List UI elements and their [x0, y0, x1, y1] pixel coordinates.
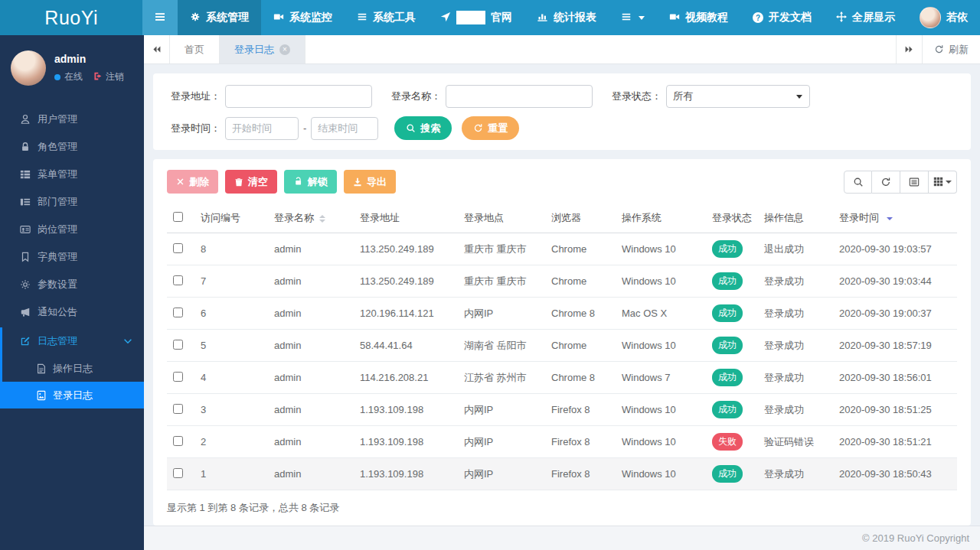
question-circle-icon: ?	[753, 12, 763, 23]
table-row[interactable]: 3 admin 1.193.109.198 内网IP Firefox 8 Win…	[167, 394, 957, 426]
cell-browser: Chrome	[545, 330, 616, 362]
status-badge: 成功	[712, 465, 743, 483]
sidebar-group-logs: 日志管理 操作日志 登录日志	[0, 327, 144, 408]
cell-name: admin	[268, 426, 354, 458]
login-name-input[interactable]	[446, 85, 593, 108]
login-status-label: 登录状态：	[608, 89, 662, 103]
table-row[interactable]: 8 admin 113.250.249.189 重庆市 重庆市 Chrome W…	[167, 233, 957, 265]
brand-logo[interactable]: RuoYi	[0, 0, 142, 35]
start-time-input[interactable]	[225, 117, 299, 140]
nav-item-label: 视频教程	[685, 11, 728, 24]
tabs-scroll-right-button[interactable]	[896, 35, 922, 63]
delete-button[interactable]: 删除	[167, 170, 218, 194]
col-header-name[interactable]: 登录名称	[268, 203, 354, 233]
row-checkbox[interactable]	[173, 340, 183, 350]
table-row[interactable]: 5 admin 58.44.41.64 湖南省 岳阳市 Chrome Windo…	[167, 330, 957, 362]
sidebar-item-login-log[interactable]: 登录日志	[2, 382, 144, 408]
sidebar-item-menus[interactable]: 菜单管理	[0, 161, 144, 188]
cell-message: 登录成功	[758, 394, 833, 426]
video-tutorial-button[interactable]: 视频教程	[657, 0, 740, 35]
refresh-icon	[880, 177, 891, 187]
refresh-icon	[934, 44, 944, 54]
fullscreen-button[interactable]: 全屏显示	[824, 0, 907, 35]
cell-time: 2020-09-30 19:03:44	[833, 265, 957, 298]
nav-item-official-site[interactable]: 官网	[428, 0, 524, 35]
nav-item-system-monitor[interactable]: 系统监控	[261, 0, 345, 35]
table-row[interactable]: 4 admin 114.216.208.21 江苏省 苏州市 Chrome 8 …	[167, 362, 957, 394]
avatar[interactable]	[11, 50, 46, 86]
more-menus-dropdown[interactable]	[609, 0, 657, 35]
search-button[interactable]: 搜索	[394, 116, 452, 140]
col-header-time[interactable]: 登录时间	[833, 203, 957, 233]
cell-location: 内网IP	[458, 426, 545, 458]
logout-icon	[93, 71, 103, 83]
close-icon[interactable]: ×	[279, 44, 290, 55]
cell-name: admin	[268, 233, 354, 265]
tab-login-log[interactable]: 登录日志 ×	[220, 35, 305, 63]
refresh-icon	[473, 123, 483, 133]
nav-item-report[interactable]: 统计报表	[524, 0, 609, 35]
row-checkbox[interactable]	[173, 372, 183, 382]
row-checkbox[interactable]	[173, 243, 183, 253]
search-panel: 登录地址： 登录名称： 登录状态： 登录时间：	[153, 73, 971, 150]
x-icon	[176, 177, 185, 186]
sidebar-item-operation-log[interactable]: 操作日志	[2, 355, 144, 382]
sidebar-item-departments[interactable]: 部门管理	[0, 188, 144, 216]
refresh-tab-button[interactable]: 刷新	[922, 35, 980, 63]
login-address-input[interactable]	[225, 85, 372, 108]
refresh-table-button[interactable]	[872, 171, 900, 194]
status-badge: 成功	[712, 369, 743, 386]
sidebar-item-notice[interactable]: 通知公告	[0, 298, 144, 326]
row-checkbox[interactable]	[173, 404, 183, 414]
cell-time: 2020-09-30 18:51:25	[833, 394, 957, 426]
cell-location: 湖南省 岳阳市	[458, 330, 545, 362]
login-status-select[interactable]	[666, 85, 810, 108]
sidebar-toggle-button[interactable]	[142, 0, 178, 35]
sidebar-item-users[interactable]: 用户管理	[0, 106, 144, 133]
clear-button[interactable]: 清空	[225, 170, 277, 194]
table-row[interactable]: 6 admin 120.196.114.121 内网IP Chrome 8 Ma…	[167, 298, 957, 330]
lock-icon	[20, 142, 31, 152]
row-checkbox[interactable]	[173, 436, 183, 446]
sidebar-item-posts[interactable]: 岗位管理	[0, 216, 144, 243]
top-navbar: RuoYi 系统管理 系统监控 系统工具	[0, 0, 980, 35]
video-camera-icon	[669, 11, 680, 24]
cell-ip: 120.196.114.121	[354, 298, 458, 330]
export-button[interactable]: 导出	[344, 170, 396, 194]
tabs-scroll-left-button[interactable]	[144, 35, 170, 63]
id-card-icon	[20, 224, 31, 235]
end-time-input[interactable]	[311, 117, 378, 140]
cell-time: 2020-09-30 19:00:37	[833, 298, 957, 330]
unlock-button-label: 解锁	[308, 175, 328, 189]
logout-button[interactable]: 注销	[93, 70, 124, 83]
select-all-checkbox[interactable]	[173, 212, 183, 222]
sidebar-item-params[interactable]: 参数设置	[0, 271, 144, 298]
row-checkbox[interactable]	[173, 308, 183, 317]
app-window: RuoYi 系统管理 系统监控 系统工具	[0, 0, 980, 550]
sidebar: admin 在线 注销	[0, 35, 144, 550]
edit-icon	[20, 336, 31, 347]
status-badge: 成功	[712, 304, 743, 322]
sidebar-item-dict[interactable]: 字典管理	[0, 243, 144, 271]
tab-home[interactable]: 首页	[170, 35, 220, 63]
sidebar-item-roles[interactable]: 角色管理	[0, 133, 144, 161]
nav-item-system-tools[interactable]: 系统工具	[345, 0, 428, 35]
table-row[interactable]: 7 admin 113.250.249.189 重庆市 重庆市 Chrome W…	[167, 265, 957, 298]
dev-docs-button[interactable]: ? 开发文档	[740, 0, 824, 35]
nav-item-label: 全屏显示	[852, 11, 895, 24]
nav-item-system-manage[interactable]: 系统管理	[178, 0, 261, 35]
columns-dropdown-button[interactable]	[929, 171, 957, 194]
row-checkbox[interactable]	[173, 275, 183, 285]
clear-button-label: 清空	[248, 175, 268, 189]
sidebar-item-log-manage[interactable]: 日志管理	[2, 327, 144, 355]
table-row[interactable]: 1 admin 1.193.109.198 内网IP Firefox 8 Win…	[167, 458, 957, 490]
expand-icon	[836, 11, 847, 24]
card-view-button[interactable]	[900, 171, 929, 194]
table-row[interactable]: 2 admin 1.193.109.198 内网IP Firefox 8 Win…	[167, 426, 957, 458]
toggle-search-button[interactable]	[844, 171, 872, 194]
reset-button[interactable]: 重置	[462, 116, 519, 140]
unlock-button[interactable]: 解锁	[284, 170, 337, 194]
row-checkbox[interactable]	[173, 468, 183, 478]
cell-name: admin	[268, 458, 354, 490]
user-menu[interactable]: 若依	[907, 0, 980, 35]
